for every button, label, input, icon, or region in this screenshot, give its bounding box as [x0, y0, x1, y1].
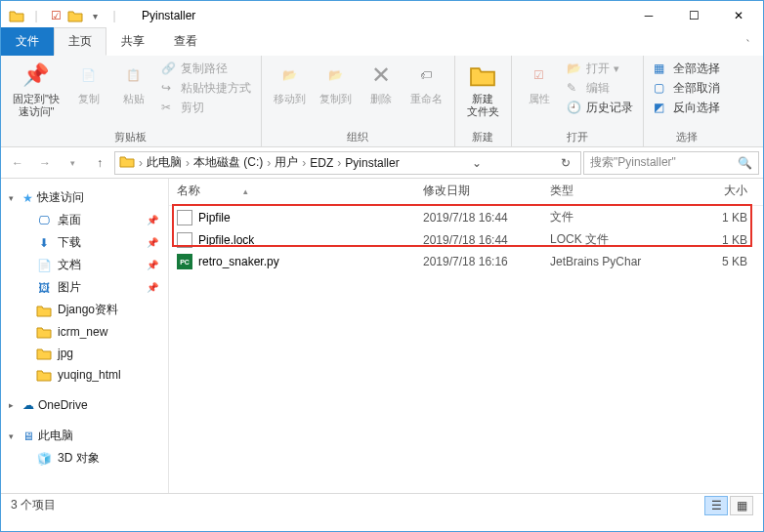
- edit-button[interactable]: ✎编辑: [563, 79, 637, 98]
- sidebar-item-desktop[interactable]: 🖵桌面📌: [1, 209, 168, 231]
- folder-icon: [36, 346, 52, 361]
- cut-button[interactable]: ✂剪切: [157, 99, 255, 117]
- shortcut-icon: ↪: [161, 81, 177, 97]
- sidebar-this-pc[interactable]: ▾🖥此电脑: [1, 425, 168, 447]
- chevron-right-icon[interactable]: ›: [333, 156, 345, 170]
- group-label: 剪贴板: [7, 129, 255, 146]
- column-name[interactable]: 名称▴: [177, 183, 423, 199]
- folder-icon: [36, 367, 52, 383]
- move-to-button[interactable]: 📂移动到: [268, 58, 312, 107]
- breadcrumb-item[interactable]: 用户: [275, 154, 298, 171]
- pin-icon: 📌: [147, 237, 168, 248]
- sidebar-item-3d-objects[interactable]: 🧊3D 对象: [1, 447, 168, 470]
- file-icon: PC: [177, 254, 192, 269]
- minimize-button[interactable]: ─: [626, 1, 671, 30]
- copy-button[interactable]: 📄 复制: [67, 58, 110, 107]
- back-button[interactable]: ←: [5, 150, 30, 176]
- sidebar-item-documents[interactable]: 📄文档📌: [1, 254, 168, 276]
- new-folder-button[interactable]: 新建 文件夹: [461, 58, 505, 120]
- chevron-right-icon[interactable]: ›: [298, 156, 310, 170]
- search-placeholder: 搜索"Pyinstaller": [590, 154, 676, 171]
- divider-icon: |: [106, 8, 122, 23]
- pin-to-quick-access-button[interactable]: 📌 固定到"快 速访问": [7, 58, 65, 120]
- content-area: ▾★快速访问 🖵桌面📌 ⬇下载📌 📄文档📌 🖼图片📌 Django资料 icrm…: [1, 179, 763, 493]
- column-modified[interactable]: 修改日期: [423, 183, 550, 199]
- chevron-right-icon[interactable]: ›: [263, 156, 275, 170]
- copy-icon: 📄: [73, 60, 105, 91]
- properties-button[interactable]: ☑属性: [518, 58, 561, 107]
- collapse-ribbon-button[interactable]: ˋ: [734, 34, 763, 56]
- tab-home[interactable]: 主页: [54, 27, 106, 56]
- chevron-right-icon[interactable]: ›: [182, 156, 193, 170]
- search-icon[interactable]: 🔍: [738, 156, 752, 170]
- pin-icon: 📌: [21, 60, 52, 91]
- file-list[interactable]: 名称▴ 修改日期 类型 大小 Pipfile2019/7/18 16:44文件1…: [169, 179, 763, 493]
- close-button[interactable]: ✕: [716, 1, 761, 30]
- file-row[interactable]: Pipfile.lock2019/7/18 16:44LOCK 文件1 KB: [169, 228, 763, 251]
- item-count: 3 个项目: [11, 497, 56, 513]
- search-input[interactable]: 搜索"Pyinstaller" 🔍: [583, 151, 759, 175]
- select-all-button[interactable]: ▦全部选择: [650, 60, 724, 78]
- tab-view[interactable]: 查看: [159, 27, 212, 56]
- breadcrumb-item[interactable]: 本地磁盘 (C:): [193, 154, 263, 171]
- copy-to-button[interactable]: 📂复制到: [314, 58, 358, 107]
- refresh-button[interactable]: ↻: [555, 156, 576, 170]
- breadcrumb-dropdown-button[interactable]: ⌄: [466, 156, 488, 170]
- forward-button[interactable]: →: [32, 150, 58, 176]
- tab-file[interactable]: 文件: [1, 27, 54, 56]
- sidebar-quick-access[interactable]: ▾★快速访问: [1, 186, 168, 209]
- properties-icon: ☑: [524, 60, 555, 91]
- breadcrumb[interactable]: › 此电脑› 本地磁盘 (C:)› 用户› EDZ› Pyinstaller ⌄…: [114, 151, 581, 175]
- divider-icon: |: [28, 8, 44, 23]
- properties-check-icon[interactable]: ☑: [48, 8, 64, 23]
- file-modified: 2019/7/18 16:44: [423, 233, 550, 247]
- path-icon: 🔗: [161, 61, 177, 77]
- chevron-down-icon[interactable]: ▾: [9, 431, 19, 441]
- breadcrumb-item[interactable]: EDZ: [310, 156, 333, 170]
- select-none-button[interactable]: ▢全部取消: [650, 79, 724, 98]
- breadcrumb-item[interactable]: 此电脑: [147, 154, 182, 171]
- copy-path-button[interactable]: 🔗复制路径: [157, 60, 255, 78]
- cube-icon: 🧊: [36, 451, 52, 467]
- column-size[interactable]: 大小: [677, 183, 759, 199]
- rename-icon: 🏷: [410, 60, 442, 91]
- pin-icon: 📌: [147, 282, 168, 293]
- chevron-down-icon[interactable]: ▾: [9, 193, 19, 203]
- ribbon-group-open: ☑属性 📂打开 ▾ ✎编辑 🕘历史记录 打开: [512, 56, 644, 146]
- invert-selection-button[interactable]: ◩反向选择: [650, 99, 724, 117]
- file-row[interactable]: Pipfile2019/7/18 16:44文件1 KB: [169, 206, 763, 228]
- tab-share[interactable]: 共享: [106, 27, 159, 56]
- sidebar-item-folder[interactable]: Django资料: [1, 299, 168, 321]
- file-type: JetBrains PyChar: [550, 255, 677, 268]
- file-row[interactable]: PCretro_snaker.py2019/7/18 16:16JetBrain…: [169, 251, 763, 272]
- rename-button[interactable]: 🏷重命名: [404, 58, 448, 107]
- breadcrumb-item[interactable]: Pyinstaller: [345, 156, 399, 170]
- chevron-right-icon[interactable]: ›: [135, 156, 147, 170]
- recent-locations-button[interactable]: ▾: [60, 150, 85, 176]
- sidebar-item-folder[interactable]: icrm_new: [1, 321, 168, 343]
- qat-dropdown-icon[interactable]: ▾: [87, 8, 103, 23]
- sidebar-item-pictures[interactable]: 🖼图片📌: [1, 276, 168, 299]
- paste-icon: 📋: [118, 60, 149, 91]
- maximize-button[interactable]: ☐: [671, 1, 716, 30]
- large-icons-view-button[interactable]: ▦: [730, 496, 753, 515]
- file-modified: 2019/7/18 16:16: [423, 255, 550, 268]
- delete-button[interactable]: ✕删除: [360, 58, 403, 107]
- ribbon: 📌 固定到"快 速访问" 📄 复制 📋 粘贴 🔗复制路径 ↪粘贴快捷方式 ✂剪切…: [1, 56, 763, 147]
- open-button[interactable]: 📂打开 ▾: [563, 60, 637, 78]
- sidebar-item-folder[interactable]: jpg: [1, 343, 168, 364]
- column-headers[interactable]: 名称▴ 修改日期 类型 大小: [169, 179, 763, 206]
- paste-button[interactable]: 📋 粘贴: [112, 58, 155, 107]
- column-type[interactable]: 类型: [550, 183, 677, 199]
- ribbon-group-new: 新建 文件夹 新建: [455, 56, 512, 146]
- navigation-pane[interactable]: ▾★快速访问 🖵桌面📌 ⬇下载📌 📄文档📌 🖼图片📌 Django资料 icrm…: [1, 179, 169, 493]
- history-button[interactable]: 🕘历史记录: [563, 99, 637, 117]
- folder-icon: [36, 324, 52, 340]
- chevron-right-icon[interactable]: ▸: [9, 400, 19, 410]
- details-view-button[interactable]: ☰: [704, 496, 728, 515]
- sidebar-item-folder[interactable]: yuqing_html: [1, 364, 168, 386]
- sidebar-item-downloads[interactable]: ⬇下载📌: [1, 231, 168, 254]
- sidebar-onedrive[interactable]: ▸☁OneDrive: [1, 395, 168, 415]
- paste-shortcut-button[interactable]: ↪粘贴快捷方式: [157, 79, 255, 98]
- up-button[interactable]: ↑: [87, 150, 112, 176]
